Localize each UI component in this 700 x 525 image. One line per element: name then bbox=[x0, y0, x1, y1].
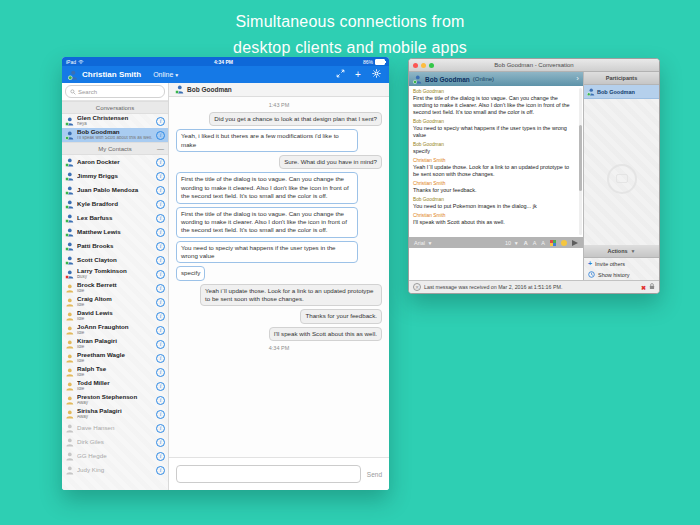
italic-button[interactable]: A bbox=[533, 240, 537, 246]
contact-item[interactable]: Preston StephensonAwayi bbox=[62, 393, 168, 407]
info-icon[interactable]: i bbox=[156, 298, 165, 307]
contact-item[interactable]: Kyle Bradfordi bbox=[62, 197, 168, 211]
presence-selector[interactable]: Online▼ bbox=[153, 71, 179, 78]
action-item[interactable]: Show history bbox=[584, 269, 659, 280]
available-person-icon bbox=[65, 214, 74, 223]
offline-person-icon bbox=[65, 438, 74, 447]
contact-item[interactable]: Brock BerrettIdlei bbox=[62, 281, 168, 295]
compose-row: Send bbox=[169, 457, 389, 490]
current-user-avatar bbox=[68, 70, 78, 80]
action-item[interactable]: +Invite others bbox=[584, 258, 659, 269]
peer-avatar bbox=[175, 85, 184, 94]
collapse-contacts-button[interactable]: — bbox=[157, 143, 164, 154]
contact-status-text: Idle bbox=[77, 345, 153, 350]
info-icon[interactable]: i bbox=[156, 158, 165, 167]
info-icon[interactable]: i bbox=[156, 410, 165, 419]
info-icon[interactable]: i bbox=[156, 228, 165, 237]
info-icon[interactable]: i bbox=[156, 270, 165, 279]
underline-button[interactable]: A bbox=[541, 240, 545, 246]
contact-item[interactable]: Larry TomkinsonBusyi bbox=[62, 267, 168, 281]
contact-item[interactable]: Aaron Dockteri bbox=[62, 155, 168, 169]
mac-compose-area[interactable] bbox=[409, 248, 583, 280]
message-input[interactable] bbox=[176, 465, 361, 483]
contact-item[interactable]: Kiran PalagiriIdlei bbox=[62, 337, 168, 351]
ipad-chat-window: iPad 4:34 PM 86% Christian Smith Online▼… bbox=[62, 57, 389, 490]
info-icon[interactable]: i bbox=[156, 242, 165, 251]
contact-item[interactable]: Craig AltomIdlei bbox=[62, 295, 168, 309]
phone-unavailable-icon[interactable]: ✖ bbox=[641, 284, 646, 291]
contact-item[interactable]: Matthew Lewisi bbox=[62, 225, 168, 239]
contact-item[interactable]: JoAnn FraughtonIdlei bbox=[62, 323, 168, 337]
contact-item[interactable]: Preetham WagleIdlei bbox=[62, 351, 168, 365]
info-icon[interactable]: i bbox=[156, 284, 165, 293]
contact-item[interactable]: Patti Brooksi bbox=[62, 239, 168, 253]
info-icon[interactable]: i bbox=[156, 354, 165, 363]
info-icon[interactable]: i bbox=[156, 312, 165, 321]
font-size-select[interactable]: 10 ▼ bbox=[505, 240, 519, 246]
info-icon[interactable]: i bbox=[156, 396, 165, 405]
offline-person-icon bbox=[65, 452, 74, 461]
contact-item[interactable]: Scott Claytoni bbox=[62, 253, 168, 267]
contact-item[interactable]: Jimmy Briggsi bbox=[62, 169, 168, 183]
lock-icon[interactable] bbox=[649, 283, 655, 291]
info-icon[interactable]: i bbox=[156, 131, 165, 140]
contact-item[interactable]: Dirk Gilesi bbox=[62, 435, 168, 449]
info-icon[interactable]: i bbox=[156, 326, 165, 335]
contact-item[interactable]: Sirisha PalagiriAwayi bbox=[62, 407, 168, 421]
info-icon[interactable]: i bbox=[156, 214, 165, 223]
mac-message: Christian SmithYeah I`ll update those. L… bbox=[413, 158, 576, 178]
emoji-icon[interactable] bbox=[561, 240, 567, 246]
info-icon[interactable]: i bbox=[156, 452, 165, 461]
gear-icon[interactable] bbox=[369, 66, 383, 83]
conversation-item[interactable]: Glen Christensenheyai bbox=[62, 114, 168, 128]
chevron-right-icon[interactable]: › bbox=[576, 72, 579, 86]
contact-item[interactable]: Todd MillerIdlei bbox=[62, 379, 168, 393]
contact-item[interactable]: Juan Pablo Mendozai bbox=[62, 183, 168, 197]
new-chat-button[interactable]: + bbox=[351, 66, 365, 83]
contact-item[interactable]: Ralph TseIdlei bbox=[62, 365, 168, 379]
available-person-icon bbox=[65, 131, 74, 140]
info-icon[interactable]: i bbox=[156, 466, 165, 475]
participant-item[interactable]: Bob Goodman bbox=[584, 85, 659, 99]
contacts-header: My Contacts — bbox=[62, 142, 168, 155]
search-placeholder: Search bbox=[78, 89, 97, 95]
busy-person-icon bbox=[65, 270, 74, 279]
info-icon[interactable]: i bbox=[156, 382, 165, 391]
dismiss-status-icon[interactable]: ✕ bbox=[413, 283, 421, 291]
idle-person-icon bbox=[65, 368, 74, 377]
info-icon[interactable]: i bbox=[156, 172, 165, 181]
incoming-message-bubble: You need to speciy what happens if the u… bbox=[176, 241, 358, 264]
send-button[interactable]: Send bbox=[367, 471, 382, 478]
contact-item[interactable]: Lex Barfussi bbox=[62, 211, 168, 225]
contact-item[interactable]: Judy Kingi bbox=[62, 463, 168, 477]
info-icon[interactable]: i bbox=[156, 424, 165, 433]
expand-icon[interactable] bbox=[333, 66, 347, 83]
timestamp: 1:43 PM bbox=[176, 102, 382, 108]
message-text: Thanks for your feedback. bbox=[413, 187, 576, 194]
info-icon[interactable]: i bbox=[156, 117, 165, 126]
bold-button[interactable]: A bbox=[524, 240, 528, 246]
send-icon[interactable] bbox=[572, 240, 578, 246]
info-icon[interactable]: i bbox=[156, 438, 165, 447]
scrollbar-thumb[interactable] bbox=[579, 125, 582, 191]
search-input[interactable]: Search bbox=[65, 85, 165, 98]
info-icon[interactable]: i bbox=[156, 368, 165, 377]
away-person-icon bbox=[65, 410, 74, 419]
info-icon[interactable]: i bbox=[156, 256, 165, 265]
conversation-item[interactable]: Bob GoodmanI'll speak with Scott about t… bbox=[62, 128, 168, 142]
contact-item[interactable]: GG Hegdei bbox=[62, 449, 168, 463]
info-icon[interactable]: i bbox=[156, 340, 165, 349]
info-icon[interactable]: i bbox=[156, 186, 165, 195]
message-text: specify bbox=[413, 148, 576, 155]
scrollbar[interactable] bbox=[579, 88, 582, 235]
color-palette-icon[interactable] bbox=[550, 240, 556, 246]
contact-name: Scott Clayton bbox=[77, 257, 153, 264]
plus-icon: + bbox=[588, 258, 592, 269]
contact-item[interactable]: David LewisIdlei bbox=[62, 309, 168, 323]
actions-header: Actions▼ bbox=[584, 245, 659, 258]
mac-message: Bob GoodmanYou need to put Pokemon image… bbox=[413, 197, 576, 210]
contact-item[interactable]: Dave Hanseni bbox=[62, 421, 168, 435]
info-icon[interactable]: i bbox=[156, 200, 165, 209]
outgoing-message-bubble: I'll speak with Scott about this as well… bbox=[269, 327, 382, 341]
font-family-select[interactable]: Arial ▼ bbox=[414, 240, 433, 246]
